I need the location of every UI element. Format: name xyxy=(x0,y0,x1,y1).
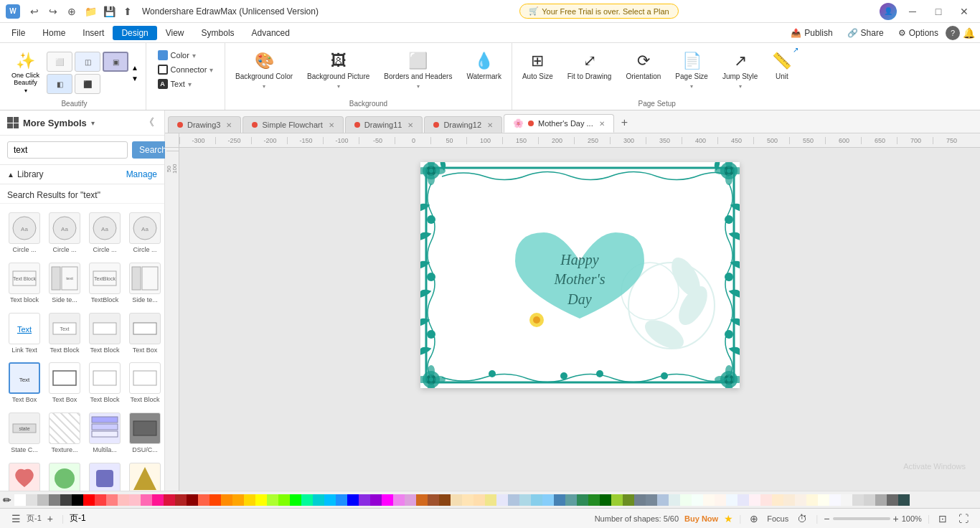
color-swatch[interactable] xyxy=(175,494,187,506)
new-window-button[interactable]: ⊕ xyxy=(63,3,80,20)
redo-button[interactable]: ↪ xyxy=(44,3,62,20)
symbol-text-box-1[interactable]: Text Box xyxy=(126,310,164,357)
color-swatch[interactable] xyxy=(760,494,772,506)
library-label[interactable]: ▲ Library xyxy=(7,169,44,179)
sidebar-dropdown-icon[interactable]: ▾ xyxy=(91,119,95,127)
color-item[interactable]: Color ▾ xyxy=(154,49,218,62)
menu-file[interactable]: File xyxy=(3,26,34,40)
color-swatch[interactable] xyxy=(887,494,898,506)
color-swatch[interactable] xyxy=(818,494,829,506)
tab-close-mothers-day[interactable]: ✕ xyxy=(599,120,605,128)
options-button[interactable]: ⚙ Options xyxy=(891,26,946,40)
tab-mothers-day[interactable]: 🌸 Mother's Day ... ✕ xyxy=(504,114,614,133)
symbol-text-box-blue[interactable]: Text Text Box xyxy=(6,359,43,407)
color-swatch[interactable] xyxy=(313,494,324,506)
color-swatch[interactable] xyxy=(232,494,244,506)
tab-drawing3[interactable]: Drawing3 ✕ xyxy=(168,116,241,133)
layers-button[interactable]: ⊕ xyxy=(747,512,761,526)
search-input[interactable] xyxy=(7,141,128,159)
color-swatch[interactable] xyxy=(715,494,726,506)
color-swatch[interactable] xyxy=(806,494,818,506)
page-setup-corner-icon[interactable]: ↗ xyxy=(793,46,798,54)
symbol-circle-1[interactable]: Aa Circle ... xyxy=(6,209,43,257)
symbol-state-c[interactable]: state State C... xyxy=(6,410,43,457)
color-swatch[interactable] xyxy=(829,494,841,506)
stopwatch-button[interactable]: ⏱ xyxy=(794,512,810,526)
color-swatch[interactable] xyxy=(531,494,542,506)
color-swatch[interactable] xyxy=(382,494,393,506)
symbol-text-block-1[interactable]: Text Block Text block xyxy=(6,260,43,307)
color-swatch[interactable] xyxy=(278,494,290,506)
color-swatch[interactable] xyxy=(451,494,462,506)
symbol-text-block-5[interactable]: Text Block xyxy=(86,359,123,407)
color-swatch[interactable] xyxy=(738,494,749,506)
color-swatch[interactable] xyxy=(336,494,347,506)
color-swatch[interactable] xyxy=(255,494,267,506)
color-swatch[interactable] xyxy=(428,494,439,506)
color-swatch[interactable] xyxy=(83,494,95,506)
color-swatch[interactable] xyxy=(841,494,852,506)
symbol-text-block-6[interactable]: Text Block xyxy=(126,359,164,407)
color-swatch[interactable] xyxy=(634,494,646,506)
one-click-beautify-button[interactable]: ✨ One ClickBeautify ▾ xyxy=(7,49,44,97)
color-swatch[interactable] xyxy=(347,494,359,506)
canvas-scroll[interactable]: Happy Mother's Day xyxy=(179,148,980,491)
color-swatch[interactable] xyxy=(623,494,634,506)
tab-close-flowchart[interactable]: ✕ xyxy=(329,121,334,129)
color-swatch[interactable] xyxy=(669,494,680,506)
color-swatch[interactable] xyxy=(795,494,806,506)
color-swatch[interactable] xyxy=(508,494,519,506)
color-swatch[interactable] xyxy=(244,494,255,506)
favorite-icon[interactable]: ★ xyxy=(724,513,733,524)
color-swatch[interactable] xyxy=(198,494,209,506)
fit-page-button[interactable]: ⊡ xyxy=(936,512,950,526)
sidebar-collapse-button[interactable]: 《 xyxy=(141,115,157,131)
color-swatch[interactable] xyxy=(657,494,669,506)
user-avatar[interactable]: 👤 xyxy=(880,3,897,20)
text-item[interactable]: A Text ▾ xyxy=(154,77,218,90)
add-page-button[interactable]: + xyxy=(44,512,56,526)
color-swatch[interactable] xyxy=(496,494,508,506)
color-swatch[interactable] xyxy=(26,494,37,506)
symbol-link-text[interactable]: Text Link Text xyxy=(6,310,43,357)
borders-headers-button[interactable]: ⬜ Borders and Headers ▾ xyxy=(378,49,458,93)
beautify-style-5[interactable]: ⬛ xyxy=(75,74,100,94)
color-swatch[interactable] xyxy=(485,494,496,506)
color-swatch[interactable] xyxy=(898,494,910,506)
watermark-button[interactable]: 💧 Watermark xyxy=(461,49,507,93)
color-swatch[interactable] xyxy=(118,494,129,506)
symbol-extra-1[interactable]: symbol1 xyxy=(6,460,43,491)
symbol-textblock-2[interactable]: TextBlock TextBlock xyxy=(86,260,123,307)
close-button[interactable]: ✕ xyxy=(954,3,974,20)
color-swatch[interactable] xyxy=(187,494,198,506)
page-list-button[interactable]: ☰ xyxy=(9,512,24,526)
zoom-in-button[interactable]: + xyxy=(893,513,899,524)
color-swatch[interactable] xyxy=(749,494,760,506)
beautify-style-1[interactable]: ⬜ xyxy=(47,52,72,72)
color-swatch[interactable] xyxy=(692,494,703,506)
color-swatch[interactable] xyxy=(141,494,152,506)
color-swatch[interactable] xyxy=(703,494,715,506)
trial-banner[interactable]: 🛒 Your Free Trial is over. Select a Plan xyxy=(519,4,679,19)
menu-design[interactable]: Design xyxy=(113,26,156,40)
color-swatch[interactable] xyxy=(14,494,26,506)
tab-add-button[interactable]: + xyxy=(616,113,633,133)
color-swatch[interactable] xyxy=(129,494,141,506)
color-swatch[interactable] xyxy=(301,494,313,506)
color-swatch[interactable] xyxy=(554,494,565,506)
tab-simple-flowchart[interactable]: Simple Flowchart ✕ xyxy=(242,116,343,133)
color-swatch[interactable] xyxy=(783,494,795,506)
minimize-button[interactable]: ─ xyxy=(903,3,923,20)
orientation-button[interactable]: ⟳ Orientation xyxy=(620,49,666,93)
buy-now-button[interactable]: Buy Now xyxy=(684,514,718,523)
color-swatch[interactable] xyxy=(221,494,232,506)
palette-pencil-icon[interactable]: ✏ xyxy=(3,494,11,506)
color-swatch[interactable] xyxy=(106,494,118,506)
unit-button[interactable]: 📏 Unit xyxy=(766,49,797,93)
menu-home[interactable]: Home xyxy=(34,26,74,40)
color-swatch[interactable] xyxy=(290,494,301,506)
symbol-extra-3[interactable]: symbol3 xyxy=(86,460,123,491)
symbol-text-block-4[interactable]: Text Block xyxy=(86,310,123,357)
color-swatch[interactable] xyxy=(209,494,221,506)
page-size-button[interactable]: 📄 Page Size ▾ xyxy=(669,49,714,93)
